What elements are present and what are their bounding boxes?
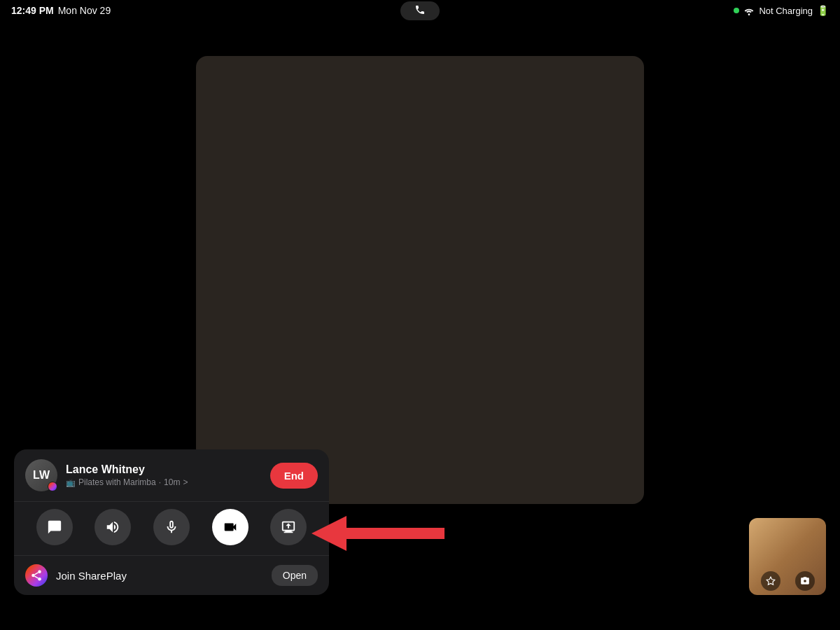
status-right: Not Charging 🔋 bbox=[734, 4, 829, 17]
chevron-icon: > bbox=[183, 477, 188, 487]
svg-point-2 bbox=[31, 574, 35, 578]
shareplay-label: Join SharePlay bbox=[56, 570, 263, 582]
ringtone-label: Pilates with Marimba bbox=[78, 477, 156, 487]
svg-marker-7 bbox=[766, 577, 775, 584]
svg-marker-6 bbox=[312, 516, 444, 551]
battery-status-text: Not Charging bbox=[759, 6, 813, 16]
self-view-thumbnail bbox=[749, 518, 826, 595]
call-controls-panel: LW Lance Whitney 📺 Pilates with Marimba … bbox=[14, 449, 329, 595]
svg-point-0 bbox=[748, 13, 750, 15]
self-view-camera-button[interactable] bbox=[795, 571, 815, 591]
status-time: 12:49 PM bbox=[11, 5, 54, 16]
video-button[interactable] bbox=[212, 509, 248, 545]
arrow-indicator bbox=[312, 512, 451, 554]
duration-label: · bbox=[159, 477, 161, 487]
screen-share-icon: 📺 bbox=[66, 478, 76, 487]
contact-subtitle: 📺 Pilates with Marimba · 10m > bbox=[66, 477, 262, 487]
phone-icon bbox=[414, 4, 426, 18]
svg-line-4 bbox=[34, 576, 38, 578]
self-view-star-button[interactable] bbox=[761, 571, 780, 591]
wifi-icon bbox=[743, 4, 755, 17]
avatar-activity-badge bbox=[48, 482, 57, 491]
call-duration: 10m bbox=[164, 477, 180, 487]
status-bar: 12:49 PM Mon Nov 29 Not Charging 🔋 bbox=[0, 0, 840, 21]
avatar-initials: LW bbox=[33, 469, 50, 482]
status-date: Mon Nov 29 bbox=[58, 5, 111, 16]
sharescreen-button[interactable] bbox=[270, 509, 307, 545]
call-controls-row bbox=[14, 501, 329, 555]
contact-row: LW Lance Whitney 📺 Pilates with Marimba … bbox=[14, 449, 329, 501]
svg-point-1 bbox=[38, 570, 41, 574]
avatar: LW bbox=[25, 459, 57, 491]
battery-icon: 🔋 bbox=[817, 5, 829, 16]
speaker-button[interactable] bbox=[94, 509, 131, 545]
green-dot-icon bbox=[734, 8, 739, 13]
contact-info: Lance Whitney 📺 Pilates with Marimba · 1… bbox=[66, 463, 262, 487]
facetime-video-area bbox=[196, 56, 644, 504]
contact-name: Lance Whitney bbox=[66, 463, 262, 476]
svg-point-3 bbox=[38, 578, 41, 581]
open-shareplay-button[interactable]: Open bbox=[272, 565, 318, 586]
mute-button[interactable] bbox=[153, 509, 190, 545]
end-call-button[interactable]: End bbox=[270, 463, 318, 489]
self-view-controls bbox=[749, 571, 826, 591]
message-button[interactable] bbox=[36, 509, 73, 545]
shareplay-row: Join SharePlay Open bbox=[14, 555, 329, 595]
active-call-pill[interactable] bbox=[400, 1, 440, 20]
shareplay-icon bbox=[25, 564, 48, 587]
svg-line-5 bbox=[34, 573, 38, 575]
